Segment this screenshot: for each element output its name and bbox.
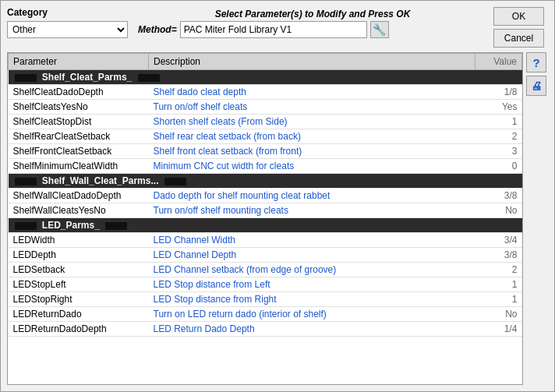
value-cell: 3/8 (475, 189, 522, 203)
table-row[interactable]: ShelfWallCleatsYesNo Turn on/off shelf m… (9, 203, 522, 218)
top-bar: Category Other Select Parameter(s) to Mo… (7, 7, 548, 48)
table-row[interactable]: LEDReturnDado Turn on LED return dado (i… (9, 307, 522, 322)
table-header-row: Parameter Description Value (9, 54, 522, 70)
desc-cell: LED Channel setback (from edge of groove… (149, 263, 475, 277)
method-row: Method= 🔧 (138, 21, 487, 38)
method-label: Method= (138, 24, 177, 35)
desc-cell: Turn on/off shelf cleats (149, 100, 475, 115)
tool-button[interactable]: 🔧 (370, 21, 389, 38)
table-row[interactable]: ShelfCleatStopDist Shorten shelf cleats … (9, 115, 522, 129)
table-row[interactable]: ShelfMinimumCleatWidth Minimum CNC cut w… (9, 159, 522, 174)
desc-cell: LED Channel Width (149, 233, 475, 248)
param-cell: ShelfCleatDadoDepth (9, 85, 149, 100)
desc-cell: Turn on LED return dado (interior of she… (149, 307, 475, 322)
table-row[interactable]: LEDDepth LED Channel Depth 3/8 (9, 248, 522, 263)
method-instruction: Select Parameter(s) to Modify and Press … (138, 9, 487, 19)
param-cell: LEDStopRight (9, 292, 149, 307)
main-dialog: Category Other Select Parameter(s) to Mo… (0, 0, 555, 392)
category-select[interactable]: Other (7, 21, 128, 38)
param-cell: ShelfCleatsYesNo (9, 100, 149, 115)
value-cell: No (475, 203, 522, 218)
param-cell: ShelfCleatStopDist (9, 115, 149, 129)
table-row[interactable]: ShelfCleatsYesNo Turn on/off shelf cleat… (9, 100, 522, 115)
table-row[interactable]: LEDWidth LED Channel Width 3/4 (9, 233, 522, 248)
table-row[interactable]: LEDStopLeft LED Stop distance from Left … (9, 277, 522, 292)
param-cell: LEDReturnDadoDepth (9, 322, 149, 337)
desc-cell: Dado depth for shelf mounting cleat rabb… (149, 189, 475, 203)
table-row[interactable]: LEDReturnDadoDepth LED Return Dado Depth… (9, 322, 522, 337)
param-cell: LEDWidth (9, 233, 149, 248)
help-button[interactable]: ? (526, 52, 546, 72)
param-cell: LEDSetback (9, 263, 149, 277)
param-cell: ShelfWallCleatDadoDepth (9, 189, 149, 203)
value-cell: 1/4 (475, 322, 522, 337)
param-cell: ShelfFrontCleatSetback (9, 144, 149, 159)
table-body: Shelf_Cleat_Parms_ ShelfCleatDadoDepth S… (9, 70, 522, 337)
table-row[interactable]: ShelfRearCleatSetback Shelf rear cleat s… (9, 129, 522, 144)
action-buttons: OK Cancel (493, 7, 548, 48)
value-cell: Yes (475, 100, 522, 115)
param-cell: ShelfRearCleatSetback (9, 129, 149, 144)
table-section-header: LED_Parms_ (9, 218, 522, 233)
table-section-header: Shelf_Wall_Cleat_Parms... (9, 174, 522, 189)
desc-cell: LED Channel Depth (149, 248, 475, 263)
param-cell: ShelfWallCleatsYesNo (9, 203, 149, 218)
category-label: Category (7, 7, 132, 18)
param-cell: LEDDepth (9, 248, 149, 263)
param-cell: LEDReturnDado (9, 307, 149, 322)
value-cell: 3 (475, 144, 522, 159)
cancel-button[interactable]: Cancel (493, 29, 544, 48)
value-cell: No (475, 307, 522, 322)
table-row[interactable]: LEDStopRight LED Stop distance from Righ… (9, 292, 522, 307)
category-section: Category Other (7, 7, 132, 38)
main-area: Parameter Description Value Shelf_Cleat_… (7, 52, 548, 385)
desc-cell: LED Stop distance from Left (149, 277, 475, 292)
table-section-header: Shelf_Cleat_Parms_ (9, 70, 522, 85)
value-cell: 0 (475, 159, 522, 174)
param-cell: ShelfMinimumCleatWidth (9, 159, 149, 174)
table-row[interactable]: ShelfFrontCleatSetback Shelf front cleat… (9, 144, 522, 159)
param-cell: LEDStopLeft (9, 277, 149, 292)
desc-cell: LED Stop distance from Right (149, 292, 475, 307)
value-cell: 1/8 (475, 85, 522, 100)
desc-cell: Turn on/off shelf mounting cleats (149, 203, 475, 218)
sidebar-tools: ? 🖨 (526, 52, 548, 385)
desc-cell: Shelf rear cleat setback (from back) (149, 129, 475, 144)
table-row[interactable]: ShelfCleatDadoDepth Shelf dado cleat dep… (9, 85, 522, 100)
value-cell: 1 (475, 115, 522, 129)
value-cell: 2 (475, 129, 522, 144)
print-button[interactable]: 🖨 (526, 76, 546, 96)
value-cell: 2 (475, 263, 522, 277)
parameters-table: Parameter Description Value Shelf_Cleat_… (8, 53, 522, 337)
table-row[interactable]: LEDSetback LED Channel setback (from edg… (9, 263, 522, 277)
ok-button[interactable]: OK (493, 7, 544, 26)
col-header-description: Description (149, 54, 475, 70)
desc-cell: LED Return Dado Depth (149, 322, 475, 337)
col-header-parameter: Parameter (9, 54, 149, 70)
table-container[interactable]: Parameter Description Value Shelf_Cleat_… (7, 52, 523, 385)
value-cell: 3/8 (475, 248, 522, 263)
desc-cell: Shelf front cleat setback (from front) (149, 144, 475, 159)
value-cell: 3/4 (475, 233, 522, 248)
value-cell: 1 (475, 292, 522, 307)
col-header-value: Value (475, 54, 522, 70)
desc-cell: Shorten shelf cleats (From Side) (149, 115, 475, 129)
desc-cell: Shelf dado cleat depth (149, 85, 475, 100)
method-section: Select Parameter(s) to Modify and Press … (138, 7, 487, 38)
desc-cell: Minimum CNC cut width for cleats (149, 159, 475, 174)
method-input[interactable] (180, 21, 367, 38)
table-row[interactable]: ShelfWallCleatDadoDepth Dado depth for s… (9, 189, 522, 203)
value-cell: 1 (475, 277, 522, 292)
